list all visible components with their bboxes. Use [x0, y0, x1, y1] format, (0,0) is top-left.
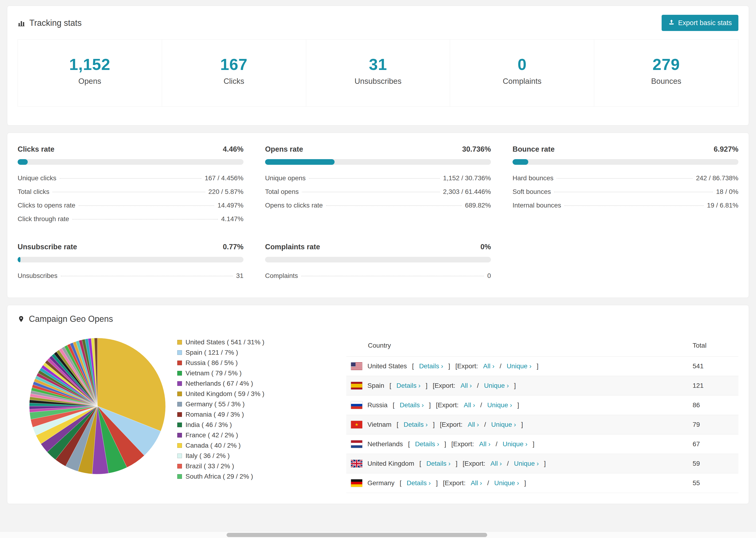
column-header-country: Country: [346, 335, 688, 356]
bracket: ]: [426, 382, 428, 389]
country-name: United States: [367, 362, 407, 370]
legend-swatch: [177, 433, 182, 438]
details-link[interactable]: Details ›: [419, 362, 443, 370]
rate-row: Internal bounces 19 / 6.81%: [513, 198, 738, 212]
stat-value: 0: [453, 55, 592, 74]
export-unique-link[interactable]: Unique ›: [514, 460, 539, 467]
rates-grid: Clicks rate 4.46% Unique clicks 167 / 4.…: [18, 145, 738, 283]
rate-progress-fill: [265, 159, 335, 165]
rate-head: Bounce rate 6.927%: [513, 145, 738, 153]
rate-rows: Hard bounces 242 / 86.738% Soft bounces …: [513, 171, 738, 212]
details-link[interactable]: Details ›: [406, 479, 431, 487]
rate-value: 4.46%: [223, 145, 243, 153]
export-unique-link[interactable]: Unique ›: [494, 479, 519, 487]
bracket: [: [393, 402, 395, 409]
stat-label: Clicks: [164, 77, 303, 86]
country-total: 541: [688, 356, 738, 376]
country-name: Spain: [367, 382, 384, 389]
legend-item: Romania ( 49 / 3% ): [177, 409, 346, 420]
bracket: ]: [449, 362, 450, 370]
bracket: [: [412, 362, 414, 370]
rate-row-value: 1,152 / 30.736%: [443, 174, 491, 182]
rate-row-label: Total clicks: [18, 188, 49, 195]
legend-item: United States ( 541 / 31% ): [177, 337, 346, 348]
export-unique-link[interactable]: Unique ›: [484, 382, 509, 389]
horizontal-scrollbar-thumb[interactable]: [227, 533, 487, 537]
slash: /: [500, 362, 502, 370]
rate-row: Unique opens 1,152 / 30.736%: [265, 171, 491, 185]
horizontal-scrollbar-track[interactable]: [0, 532, 756, 538]
page: Tracking stats Export basic stats 1,152 …: [0, 0, 756, 504]
export-all-link[interactable]: All ›: [468, 421, 479, 428]
export-prefix: [Export:: [436, 402, 459, 409]
export-all-link[interactable]: All ›: [464, 402, 475, 409]
bracket: ]: [429, 402, 431, 409]
export-unique-link[interactable]: Unique ›: [503, 440, 527, 448]
export-prefix: [Export:: [463, 460, 485, 467]
dotted-leader: [557, 178, 693, 179]
export-unique-link[interactable]: Unique ›: [491, 421, 516, 428]
country-total: 121: [688, 376, 738, 396]
legend-label: India ( 46 / 3% ): [186, 421, 232, 429]
export-all-link[interactable]: All ›: [483, 362, 495, 370]
export-all-link[interactable]: All ›: [490, 460, 502, 467]
country-name: United Kingdom: [367, 460, 414, 467]
geo-pie-chart: [18, 332, 177, 493]
bracket: [: [408, 440, 410, 448]
tracking-stats-title: Tracking stats: [18, 18, 82, 28]
country-cell: Russia [Details ›] [Export: All › / Uniq…: [351, 402, 683, 409]
geo-title: Campaign Geo Opens: [18, 314, 113, 324]
export-prefix: [Export:: [433, 382, 455, 389]
country-cell: Vietnam [Details ›] [Export: All › / Uni…: [351, 421, 683, 428]
export-unique-link[interactable]: Unique ›: [507, 362, 531, 370]
bracket: ]: [524, 479, 526, 487]
flag-vn-icon: [351, 421, 362, 428]
flag-ru-icon: [351, 402, 362, 409]
legend-label: United Kingdom ( 59 / 3% ): [186, 390, 264, 398]
tracking-stats-card: Tracking stats Export basic stats 1,152 …: [7, 6, 749, 126]
rate-row: Total opens 2,303 / 61.446%: [265, 185, 491, 198]
legend-label: Canada ( 40 / 2% ): [186, 442, 241, 449]
bracket: ]: [514, 382, 516, 389]
export-all-link[interactable]: All ›: [479, 440, 490, 448]
export-prefix: [Export:: [440, 421, 462, 428]
details-link[interactable]: Details ›: [396, 382, 420, 389]
country-cell: Spain [Details ›] [Export: All › / Uniqu…: [351, 382, 683, 389]
dotted-leader: [79, 205, 214, 206]
details-link[interactable]: Details ›: [400, 402, 424, 409]
country-total: 55: [688, 473, 738, 493]
column-header-total: Total: [688, 335, 738, 356]
rate-title: Opens rate: [265, 145, 303, 153]
campaign-geo-opens-card: Campaign Geo Opens United States ( 541 /…: [7, 305, 749, 504]
details-link[interactable]: Details ›: [426, 460, 451, 467]
details-link[interactable]: Details ›: [415, 440, 439, 448]
details-link[interactable]: Details ›: [404, 421, 428, 428]
rate-title: Complaints rate: [265, 243, 320, 251]
flag-gb-icon: [351, 460, 362, 467]
rate-row-label: Click through rate: [18, 215, 69, 223]
dotted-leader: [61, 276, 233, 276]
legend-swatch: [177, 392, 182, 396]
export-unique-link[interactable]: Unique ›: [487, 402, 512, 409]
legend-item: India ( 46 / 3% ): [177, 420, 346, 430]
legend-swatch: [177, 381, 182, 386]
country-name: Netherlands: [367, 440, 403, 448]
export-basic-stats-button[interactable]: Export basic stats: [662, 15, 738, 31]
legend-label: Russia ( 86 / 5% ): [186, 359, 238, 367]
export-all-link[interactable]: All ›: [460, 382, 472, 389]
export-all-link[interactable]: All ›: [471, 479, 482, 487]
country-total: 67: [688, 435, 738, 454]
stat-value: 279: [597, 55, 736, 74]
bracket: ]: [521, 421, 523, 428]
rate-row-label: Unsubscribes: [18, 272, 58, 280]
rate-row-value: 31: [236, 272, 243, 280]
stat-box-bounces: 279 Bounces: [594, 39, 738, 107]
rate-row-value: 167 / 4.456%: [205, 174, 243, 182]
rate-row-value: 2,303 / 61.446%: [443, 188, 491, 195]
rate-progress-bar: [513, 159, 738, 165]
rate-row-value: 220 / 5.87%: [208, 188, 243, 195]
rate-progress-bar: [265, 159, 491, 165]
rate-row-value: 0: [487, 272, 491, 280]
rate-rows: Unique clicks 167 / 4.456% Total clicks …: [18, 171, 243, 226]
geo-table-row: Vietnam [Details ›] [Export: All › / Uni…: [346, 415, 738, 435]
